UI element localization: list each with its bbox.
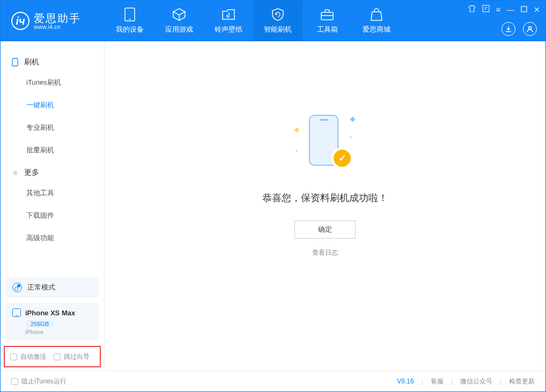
- ok-button[interactable]: 确定: [294, 220, 356, 239]
- minimize-button[interactable]: —: [507, 5, 514, 14]
- main-tabs: 我的设备 应用游戏 铃声壁纸 智能刷机 工具箱 爱思商城: [105, 1, 401, 41]
- tab-label: 爱思商城: [363, 25, 390, 34]
- device-name: iPhone XS Max: [25, 309, 75, 317]
- checkbox-label: 跳过向导: [64, 352, 90, 361]
- logo-icon: iч: [11, 12, 29, 30]
- main-content: ✓ 恭喜您，保资料刷机成功啦！ 确定 查看日志: [105, 41, 545, 371]
- user-icon[interactable]: [523, 22, 537, 36]
- shield-refresh-icon: [271, 8, 285, 21]
- sidebar-item-pro[interactable]: 专业刷机: [1, 116, 104, 139]
- success-illustration: ✓: [293, 112, 357, 176]
- checkbox-icon: [10, 353, 17, 360]
- success-message: 恭喜您，保资料刷机成功啦！: [262, 191, 388, 204]
- view-log-link[interactable]: 查看日志: [312, 248, 338, 257]
- maximize-button[interactable]: [521, 5, 527, 14]
- skin-icon[interactable]: [468, 5, 476, 14]
- download-icon[interactable]: [501, 22, 515, 36]
- menu-icon[interactable]: ≡: [496, 5, 500, 14]
- music-folder-icon: [222, 8, 235, 21]
- device-storage: 256GB: [25, 320, 54, 328]
- app-url: www.i4.cn: [34, 24, 81, 30]
- mode-icon: [12, 283, 22, 292]
- logo-text: 爱思助手 www.i4.cn: [34, 12, 81, 30]
- update-link[interactable]: 检查更新: [509, 377, 535, 386]
- tab-toolbox[interactable]: 工具箱: [302, 1, 352, 41]
- svg-point-5: [529, 27, 532, 29]
- checkbox-label: 自动激活: [20, 352, 46, 361]
- sidebar-bottom: 正常模式 iPhone XS Max 256GB iPhone 自动激活 跳过向…: [1, 277, 104, 371]
- app-logo[interactable]: iч 爱思助手 www.i4.cn: [1, 12, 105, 30]
- checkbox-skip-guide[interactable]: 跳过向导: [54, 352, 90, 361]
- checkbox-icon: [11, 378, 18, 385]
- cube-icon: [172, 8, 186, 21]
- svg-rect-6: [12, 58, 18, 66]
- options-highlight: 自动激活 跳过向导: [4, 346, 101, 367]
- device-card[interactable]: iPhone XS Max 256GB iPhone: [6, 303, 99, 341]
- group-title: 更多: [24, 168, 39, 177]
- sidebar-item-oneclick[interactable]: 一键刷机: [1, 94, 104, 116]
- checkbox-auto-activate[interactable]: 自动激活: [10, 352, 46, 361]
- support-link[interactable]: 客服: [431, 377, 444, 386]
- device-phone-icon: [12, 308, 21, 317]
- sidebar-item-advanced[interactable]: 高级功能: [1, 227, 104, 249]
- tab-label: 智能刷机: [264, 25, 292, 34]
- checkbox-label: 阻止iTunes运行: [21, 377, 67, 386]
- checkbox-block-itunes[interactable]: 阻止iTunes运行: [11, 377, 67, 386]
- device-type: iPhone: [25, 329, 92, 335]
- footer-bar: 阻止iTunes运行 V8.16 | 客服 | 微信公众号 | 检查更新: [1, 371, 545, 391]
- tab-my-device[interactable]: 我的设备: [105, 1, 154, 41]
- svg-rect-3: [483, 5, 489, 12]
- tab-label: 工具箱: [317, 25, 338, 34]
- tab-apps[interactable]: 应用游戏: [154, 1, 204, 41]
- sidebar-item-itunes[interactable]: iTunes刷机: [1, 71, 104, 94]
- wechat-link[interactable]: 微信公众号: [460, 377, 492, 386]
- sidebar-item-othertools[interactable]: 其他工具: [1, 182, 104, 204]
- list-icon: ≡: [11, 169, 19, 176]
- feedback-icon[interactable]: [482, 5, 490, 14]
- version-label: V8.16: [397, 378, 414, 385]
- window-controls: ≡ — ✕: [468, 5, 540, 14]
- app-body: 刷机 iTunes刷机 一键刷机 专业刷机 批量刷机 ≡ 更多 其他工具 下载固…: [1, 41, 545, 371]
- tab-ringtone[interactable]: 铃声壁纸: [204, 1, 253, 41]
- tab-label: 我的设备: [116, 25, 144, 34]
- sidebar-nav: 刷机 iTunes刷机 一键刷机 专业刷机 批量刷机 ≡ 更多 其他工具 下载固…: [1, 41, 104, 277]
- toolbox-icon: [320, 8, 334, 21]
- sidebar-group-more[interactable]: ≡ 更多: [1, 161, 104, 182]
- header-action-icons: [501, 22, 537, 36]
- sidebar: 刷机 iTunes刷机 一键刷机 专业刷机 批量刷机 ≡ 更多 其他工具 下载固…: [1, 41, 105, 371]
- mode-card[interactable]: 正常模式: [6, 277, 99, 298]
- footer-right: V8.16 | 客服 | 微信公众号 | 检查更新: [397, 377, 535, 386]
- svg-rect-2: [321, 12, 333, 20]
- app-header: iч 爱思助手 www.i4.cn 我的设备 应用游戏 铃声壁纸 智能刷机 工具…: [1, 1, 545, 41]
- sidebar-item-firmware[interactable]: 下载固件: [1, 204, 104, 227]
- phone-outline-icon: [11, 58, 19, 66]
- tab-flash[interactable]: 智能刷机: [253, 1, 302, 41]
- bag-icon: [370, 8, 383, 21]
- device-icon: [123, 8, 137, 21]
- svg-rect-4: [521, 6, 527, 12]
- tab-store[interactable]: 爱思商城: [352, 1, 401, 41]
- checkbox-icon: [54, 353, 61, 360]
- mode-label: 正常模式: [27, 283, 55, 292]
- tab-label: 铃声壁纸: [215, 25, 242, 34]
- svg-point-1: [129, 19, 131, 20]
- app-name: 爱思助手: [34, 12, 81, 24]
- checkmark-badge-icon: ✓: [334, 150, 351, 167]
- sidebar-item-batch[interactable]: 批量刷机: [1, 139, 104, 161]
- group-title: 刷机: [24, 57, 39, 67]
- close-button[interactable]: ✕: [534, 5, 540, 14]
- sidebar-group-flash[interactable]: 刷机: [1, 51, 104, 71]
- tab-label: 应用游戏: [165, 25, 193, 34]
